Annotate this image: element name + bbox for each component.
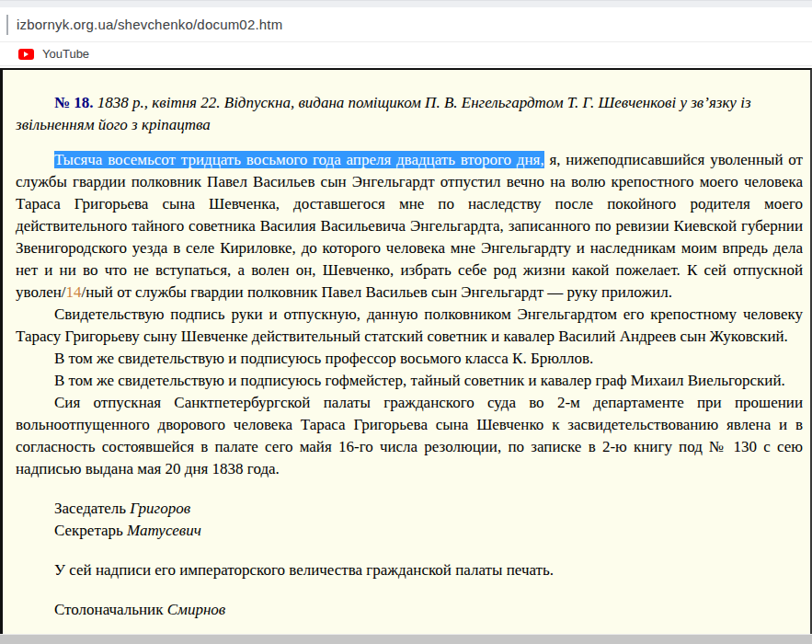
- paragraph-1: Тысяча восемьсот тридцать восьмого года …: [16, 149, 803, 304]
- horizontal-scrollbar[interactable]: [0, 634, 812, 644]
- window-top-strip: [0, 0, 812, 7]
- paragraph-5: Сия отпускная Санктпетербургской палаты …: [16, 392, 803, 480]
- document-title: № 18. 1838 р., квітня 22. Відпускна, вид…: [16, 92, 803, 136]
- paragraph-3: В том же свидетельствую и подписуюсь про…: [16, 348, 803, 370]
- bookmark-youtube[interactable]: YouTube: [18, 47, 89, 61]
- signature-zasedatel: Заседатель Григоров: [16, 498, 803, 520]
- signature-role: Заседатель: [54, 500, 126, 517]
- document-number: № 18.: [54, 94, 94, 111]
- address-bar-divider: [6, 15, 8, 35]
- selected-text: Тысяча восемьсот тридцать восьмого года …: [54, 151, 544, 168]
- address-bar[interactable]: izbornyk.org.ua/shevchenko/docum02.htm: [0, 7, 812, 42]
- document-title-text: 1838 р., квітня 22. Відпускна, видана по…: [16, 94, 751, 133]
- seal-line: У сей надписи его императорского величес…: [16, 559, 803, 581]
- bookmarks-bar: YouTube: [0, 42, 812, 66]
- signature-sekretar: Секретарь Матусевич: [16, 520, 803, 542]
- paragraph-1-text-end: /ный от службы гвардии полковник Павел В…: [82, 283, 672, 301]
- signature-name: Матусевич: [127, 522, 201, 539]
- signature-role: Секретарь: [54, 522, 123, 539]
- signature-name: Григоров: [130, 500, 190, 517]
- signature-name: Смирнов: [167, 601, 226, 618]
- paragraph-4: В том же свидетельствую и подписуюсь гоф…: [16, 370, 803, 392]
- play-icon: [24, 52, 29, 57]
- page-content: № 18. 1838 р., квітня 22. Відпускна, вид…: [0, 68, 812, 634]
- browser-window: izbornyk.org.ua/shevchenko/docum02.htm Y…: [0, 0, 812, 644]
- url-text[interactable]: izbornyk.org.ua/shevchenko/docum02.htm: [17, 17, 282, 32]
- paragraph-2: Свидетельствую подпись руки и отпускную,…: [16, 304, 803, 348]
- youtube-icon: [18, 49, 34, 60]
- page-number-marker: 14: [66, 283, 82, 301]
- signature-stolonachalnik: Столоначальник Смирнов: [16, 599, 803, 621]
- bookmark-label: YouTube: [42, 47, 89, 61]
- paragraph-1-text: я, нижеподписавшийся уволенный от службы…: [16, 151, 803, 301]
- signature-role: Столоначальник: [54, 601, 163, 618]
